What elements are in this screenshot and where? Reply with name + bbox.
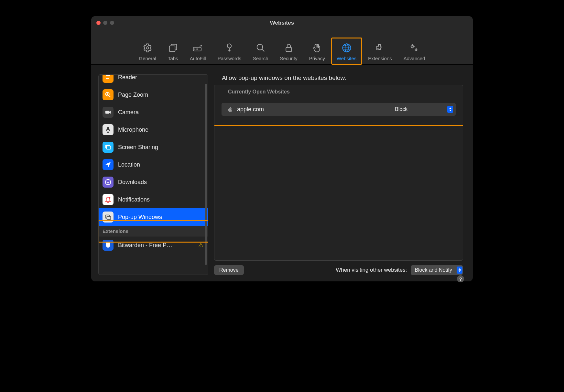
main-panel: Allow pop-up windows on the websites bel…: [214, 74, 463, 275]
toolbar-label: AutoFill: [190, 56, 206, 61]
zoom-icon: [103, 89, 114, 100]
svg-point-5: [197, 49, 198, 49]
svg-rect-17: [105, 111, 109, 114]
websites-list: Currently Open Websites apple.com Block: [214, 85, 463, 261]
website-row[interactable]: apple.com Block: [222, 103, 456, 116]
warning-icon: ⚠︎: [198, 242, 203, 249]
globe-icon: [342, 43, 352, 54]
sidebar-item-label: Camera: [118, 109, 203, 116]
toolbar-tab-websites[interactable]: Websites: [331, 41, 362, 62]
sidebar-item-label: Bitwarden - Free P…: [118, 242, 194, 249]
toolbar-label: General: [139, 56, 156, 61]
toolbar-label: Security: [280, 56, 298, 61]
svg-rect-18: [107, 127, 109, 130]
sidebar-item-label: Reader: [118, 75, 203, 81]
sidebar-item-label: Screen Sharing: [118, 144, 203, 151]
sidebar-item-location[interactable]: Location: [99, 156, 208, 173]
location-icon: [103, 159, 114, 170]
bitwarden-icon: [103, 240, 114, 251]
search-icon: [256, 43, 266, 54]
sidebar-item-label: Microphone: [118, 126, 203, 133]
main-heading: Allow pop-up windows on the websites bel…: [222, 74, 463, 82]
sidebar-scroll-area[interactable]: General Reader Page Zoom: [99, 75, 208, 275]
svg-point-6: [227, 44, 232, 48]
website-setting-select[interactable]: Block: [392, 105, 453, 114]
svg-point-4: [196, 49, 196, 49]
screen-sharing-icon: [103, 142, 114, 153]
key-icon: [224, 43, 234, 54]
bell-icon: [103, 194, 114, 205]
svg-rect-15: [106, 78, 109, 79]
apple-icon: [227, 106, 233, 112]
toolbar-tab-tabs[interactable]: Tabs: [162, 41, 184, 62]
downloads-icon: [103, 177, 114, 188]
svg-rect-13: [106, 75, 110, 76]
svg-point-0: [146, 47, 149, 49]
preferences-toolbar: General Tabs AutoFill Pass: [91, 41, 473, 62]
sidebar-item-downloads[interactable]: Downloads: [99, 173, 208, 191]
svg-point-11: [412, 46, 414, 47]
gear-icon: [143, 43, 152, 54]
sidebar-item-page-zoom[interactable]: Page Zoom: [99, 86, 208, 103]
hand-icon: [312, 43, 322, 54]
settings-sidebar[interactable]: General Reader Page Zoom: [98, 74, 208, 275]
list-section-header: Currently Open Websites: [214, 85, 463, 98]
main-footer: Remove When visiting other websites: Blo…: [214, 261, 463, 275]
toolbar-tab-general[interactable]: General: [133, 41, 162, 62]
default-setting-select[interactable]: Block and Notify: [411, 265, 463, 275]
svg-rect-20: [106, 146, 111, 149]
toolbar-label: Privacy: [309, 56, 325, 61]
sidebar-item-screen-sharing[interactable]: Screen Sharing: [99, 138, 208, 156]
sidebar-section-header: Extensions: [99, 226, 208, 236]
sidebar-scrollbar[interactable]: [205, 84, 207, 265]
autofill-icon: [193, 43, 203, 54]
svg-point-22: [109, 197, 111, 199]
window-title: Websites: [91, 20, 473, 26]
sidebar-item-popups[interactable]: Pop-up Windows: [99, 208, 208, 226]
remove-button[interactable]: Remove: [214, 265, 244, 275]
window-body: General Reader Page Zoom: [91, 65, 473, 281]
toolbar-tab-autofill[interactable]: AutoFill: [184, 41, 212, 62]
popup-windows-icon: [103, 212, 114, 223]
select-value: Block: [395, 106, 407, 112]
reader-icon: [103, 75, 114, 83]
sidebar-item-label: Notifications: [118, 196, 203, 203]
toolbar-tab-extensions[interactable]: Extensions: [362, 41, 397, 62]
svg-rect-1: [169, 46, 175, 52]
default-setting-label: When visiting other websites:: [336, 267, 407, 273]
toolbar-tab-security[interactable]: Security: [274, 41, 303, 62]
svg-rect-24: [107, 216, 111, 219]
tabs-icon: [168, 43, 178, 54]
lock-icon: [284, 43, 294, 54]
toolbar-label: Extensions: [368, 56, 392, 61]
preferences-window: Websites General Tabs AutoF: [91, 16, 473, 281]
sidebar-item-microphone[interactable]: Microphone: [99, 121, 208, 138]
camera-icon: [103, 107, 114, 118]
help-button[interactable]: ?: [457, 275, 464, 282]
toolbar-tab-search[interactable]: Search: [247, 41, 274, 62]
sidebar-item-notifications[interactable]: Notifications: [99, 191, 208, 208]
microphone-icon: [103, 124, 114, 135]
svg-point-7: [257, 44, 263, 50]
toolbar-label: Search: [253, 56, 268, 61]
gears-icon: [409, 43, 419, 54]
sidebar-item-label: Downloads: [118, 179, 203, 186]
toolbar-tab-privacy[interactable]: Privacy: [303, 41, 331, 62]
chevron-updown-icon: [447, 106, 453, 113]
sidebar-item-bitwarden[interactable]: Bitwarden - Free P… ⚠︎: [99, 236, 208, 254]
chevron-updown-icon: [457, 267, 462, 274]
toolbar-tab-passwords[interactable]: Passwords: [212, 41, 247, 62]
sidebar-item-label: Page Zoom: [118, 92, 203, 98]
sidebar-item-label: Location: [118, 161, 203, 168]
svg-rect-8: [286, 48, 292, 52]
default-setting-group: When visiting other websites: Block and …: [336, 265, 463, 275]
sidebar-item-camera[interactable]: Camera: [99, 103, 208, 121]
website-name: apple.com: [237, 106, 392, 113]
svg-rect-14: [106, 77, 110, 77]
toolbar-label: Websites: [337, 56, 356, 61]
sidebar-item-reader[interactable]: Reader: [99, 75, 208, 86]
toolbar-tab-advanced[interactable]: Advanced: [398, 41, 431, 62]
toolbar-label: Advanced: [404, 56, 425, 61]
sidebar-item-label: Pop-up Windows: [118, 214, 203, 221]
svg-point-3: [194, 49, 195, 49]
